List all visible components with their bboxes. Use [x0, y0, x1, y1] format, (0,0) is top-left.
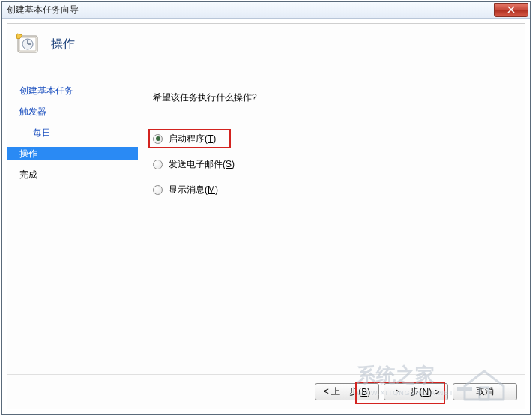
close-icon: [507, 6, 515, 13]
radio-label: 发送电子邮件(S): [169, 158, 235, 171]
radio-send-email[interactable]: 发送电子邮件(S): [153, 157, 510, 172]
sidebar: 创建基本任务 触发器 每日 操作 完成: [7, 61, 138, 374]
window-title: 创建基本任务向导: [7, 4, 79, 16]
footer: < 上一步(B) 下一步(N) > 取消: [7, 374, 525, 409]
close-button[interactable]: [494, 3, 528, 17]
sidebar-item-daily[interactable]: 每日: [19, 126, 138, 139]
titlebar: 创建基本任务向导: [2, 2, 530, 19]
content-frame: 操作 创建基本任务 触发器 每日 操作 完成 希望该任务执行什么操作? 启动程序…: [7, 23, 525, 409]
radio-icon: [153, 185, 163, 195]
wizard-icon: [15, 31, 40, 57]
client-area: 操作 创建基本任务 触发器 每日 操作 完成 希望该任务执行什么操作? 启动程序…: [2, 19, 530, 414]
sidebar-item-trigger[interactable]: 触发器: [19, 105, 138, 118]
radio-show-message[interactable]: 显示消息(M): [153, 182, 510, 197]
sidebar-item-action[interactable]: 操作: [7, 147, 138, 160]
sidebar-item-finish: 完成: [19, 168, 138, 181]
main-panel: 希望该任务执行什么操作? 启动程序(T) 发送电子邮件(S) 显示消息(M): [138, 61, 525, 374]
header: 操作: [7, 24, 525, 61]
wizard-window: 创建基本任务向导 操作: [1, 1, 531, 415]
radio-icon: [153, 160, 163, 169]
page-title: 操作: [51, 37, 75, 52]
next-button[interactable]: 下一步(N) >: [384, 383, 448, 400]
body: 创建基本任务 触发器 每日 操作 完成 希望该任务执行什么操作? 启动程序(T)…: [7, 61, 525, 374]
radio-label: 显示消息(M): [169, 184, 218, 196]
cancel-button[interactable]: 取消: [453, 383, 517, 400]
back-button[interactable]: < 上一步(B): [315, 383, 379, 400]
radio-start-program[interactable]: 启动程序(T): [153, 131, 510, 146]
radio-label: 启动程序(T): [169, 133, 216, 145]
radio-icon: [153, 134, 163, 144]
sidebar-item-create-task[interactable]: 创建基本任务: [19, 84, 138, 97]
prompt-text: 希望该任务执行什么操作?: [153, 91, 510, 104]
